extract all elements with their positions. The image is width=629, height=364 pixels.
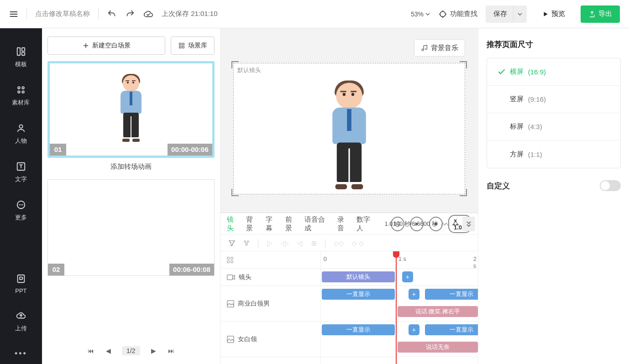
pager-next-icon[interactable]: ▶: [150, 347, 157, 354]
sidebar-label: 文字: [15, 175, 27, 183]
zoom-out-icon[interactable]: [440, 222, 449, 226]
zoom-level[interactable]: 53%: [411, 10, 430, 18]
custom-size-toggle[interactable]: [600, 180, 621, 191]
sidebar-item-characters[interactable]: 人物: [15, 123, 27, 145]
target-icon: [438, 10, 447, 19]
timeline-tab-record[interactable]: 录音: [337, 215, 351, 233]
aspect-ratio-option[interactable]: 竖屏 (9:16): [487, 86, 620, 113]
clip-action[interactable]: 说话无奈: [398, 342, 478, 353]
scene-card[interactable]: 02 00:06-00:08: [47, 179, 215, 276]
menu-icon[interactable]: [9, 10, 18, 19]
character-on-canvas[interactable]: [328, 83, 370, 189]
scene-time: 00:00-00:06: [168, 144, 212, 156]
add-transition-button[interactable]: 添加转场动画: [47, 162, 215, 171]
zoom-in-icon[interactable]: [451, 222, 460, 226]
track-label-char2[interactable]: 女白领: [220, 322, 320, 357]
pager-first-icon[interactable]: ⏮: [87, 347, 94, 354]
redo-icon[interactable]: [125, 9, 135, 19]
clip-display[interactable]: 一直显示: [425, 289, 478, 300]
export-label: 导出: [598, 10, 612, 18]
undo-icon[interactable]: [107, 9, 117, 19]
timeline-tab-shot[interactable]: 镜头: [227, 215, 240, 233]
svg-point-11: [19, 204, 20, 205]
track-char1[interactable]: 一直显示 + 一直显示 说话.微笑.摊右手: [321, 286, 478, 322]
time-indicator: 1.0140 秒/6.6600 秒: [384, 220, 459, 228]
function-search[interactable]: 功能查找: [438, 10, 477, 19]
pager-prev-icon[interactable]: ◀: [105, 347, 112, 354]
pager-last-icon[interactable]: ⏭: [168, 347, 175, 354]
grid-icon: [178, 42, 185, 49]
timeline-tab-fg[interactable]: 前景: [285, 215, 299, 233]
timeline-ruler[interactable]: 0 1 s 2 s 3 s 4 s: [321, 251, 478, 269]
sidebar-item-upload[interactable]: 上传: [15, 311, 27, 333]
timeline-expand-button[interactable]: [462, 217, 475, 231]
shot-label: 默认镜头: [237, 66, 261, 74]
timeline-tab-avatar[interactable]: 数字人: [356, 215, 376, 233]
sidebar-item-template[interactable]: 模板: [15, 47, 27, 68]
add-clip-button[interactable]: +: [409, 289, 419, 300]
aspect-ratio-option[interactable]: 方屏 (1:1): [487, 140, 620, 168]
bgm-button[interactable]: 背景音乐: [414, 39, 465, 57]
sidebar-item-more[interactable]: 更多: [15, 200, 27, 222]
hierarchy-icon[interactable]: [243, 240, 250, 246]
svg-point-8: [19, 125, 22, 128]
clip-action[interactable]: 说话.微笑.摊右手: [398, 306, 478, 317]
sidebar-item-ppt[interactable]: PPT: [15, 274, 26, 294]
character-thumbnail: [118, 75, 144, 142]
aspect-ratio-option[interactable]: 标屏 (4:3): [487, 113, 620, 140]
align-center-icon: ◦▯◦: [281, 239, 289, 247]
new-blank-scene-button[interactable]: 新建空白场景: [47, 36, 165, 55]
clip-display[interactable]: 一直显示: [425, 324, 478, 335]
timeline-tab-tts[interactable]: 语音合成: [304, 215, 330, 233]
timeline-tab-subtitle[interactable]: 字幕: [266, 215, 279, 233]
image-icon: [227, 300, 234, 307]
clip-display[interactable]: 一直显示: [322, 289, 395, 300]
track-label-char1[interactable]: 商业白领男: [220, 286, 320, 322]
cloud-sync-icon[interactable]: [143, 9, 153, 19]
track-char2[interactable]: 一直显示 + 一直显示 说话无奈: [321, 322, 478, 357]
aspect-ratio-option[interactable]: 横屏 (16:9): [487, 58, 620, 86]
ratio-value: (4:3): [528, 123, 542, 130]
last-save-label: 上次保存 21:01:10: [162, 10, 218, 18]
track-shot[interactable]: 默认镜头 +: [321, 269, 478, 286]
timeline-tab-bg[interactable]: 背景: [246, 215, 259, 233]
canvas-frame[interactable]: 默认镜头: [233, 63, 465, 194]
svg-rect-25: [227, 260, 229, 262]
align-right-icon: ◦▯: [297, 239, 303, 247]
track-label: 商业白领男: [238, 300, 270, 308]
svg-point-7: [22, 91, 24, 93]
preview-button[interactable]: 预览: [535, 5, 572, 23]
grid-icon[interactable]: [227, 257, 233, 263]
add-clip-button[interactable]: +: [402, 271, 413, 282]
sidebar-overflow[interactable]: •••: [15, 349, 27, 359]
sidebar-item-library[interactable]: 素材库: [12, 85, 30, 107]
timeline-tools: ▯◦ ◦▯◦ ◦▯ ⊞ ◇◇ ◇ ◇: [220, 235, 478, 251]
export-button[interactable]: 导出: [581, 5, 620, 23]
scene-card[interactable]: 01 00:00-00:06: [47, 61, 215, 158]
ruler-tick: 0: [324, 255, 327, 262]
double-chevron-down-icon: [466, 221, 472, 227]
pager-current: 1/2: [122, 346, 140, 355]
save-dropdown[interactable]: [513, 5, 527, 23]
scene-number: 01: [50, 144, 67, 156]
timeline-tracks[interactable]: 0 1 s 2 s 3 s 4 s 默认镜头 + 一直显示 + 一直显示: [321, 251, 478, 364]
playhead[interactable]: [396, 251, 397, 364]
sidebar-label: PPT: [15, 287, 26, 294]
scene-time: 00:06-00:08: [169, 264, 214, 276]
add-clip-button[interactable]: +: [409, 324, 419, 335]
clip-display[interactable]: 一直显示: [322, 324, 395, 335]
image-icon: [227, 336, 234, 343]
library-icon: [16, 85, 26, 95]
filter-icon[interactable]: [229, 240, 235, 246]
draft-name-input[interactable]: 点击修改草稿名称: [35, 10, 90, 18]
template-icon: [16, 47, 26, 57]
align-left-icon: ▯◦: [267, 239, 273, 247]
scene-library-button[interactable]: 场景库: [171, 36, 215, 55]
save-button[interactable]: 保存: [486, 5, 515, 23]
divider: [98, 9, 99, 20]
sidebar-item-text[interactable]: 文字: [15, 161, 27, 183]
sidebar-label: 素材库: [12, 99, 30, 107]
track-label-shot[interactable]: 镜头: [220, 269, 320, 286]
clip-shot[interactable]: 默认镜头: [322, 271, 395, 282]
button-label: 场景库: [188, 42, 207, 50]
